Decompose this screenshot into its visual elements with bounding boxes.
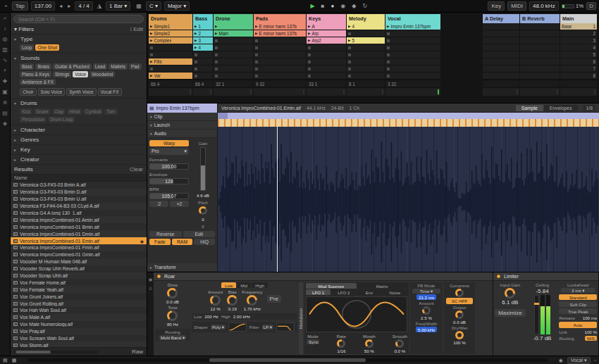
result-item[interactable]: Vox Storm.aif	[11, 341, 147, 347]
show-browser-toggle-icon[interactable]: ▤	[3, 358, 8, 363]
mode-true-peak-button[interactable]: True Peak	[559, 308, 597, 314]
edit-sample-button[interactable]: Edit	[183, 231, 216, 237]
track-mixer-mini[interactable]	[254, 87, 306, 96]
clip-launch-icon[interactable]: ▶	[150, 61, 152, 63]
warp-button[interactable]: Warp	[149, 140, 189, 146]
bpm-half-button[interactable]: :2	[149, 201, 168, 207]
fb-time-value[interactable]: 21.2 ms	[416, 294, 436, 300]
tag-clap[interactable]: Clap	[52, 108, 66, 115]
tag-guitar-plucked[interactable]: Guitar & Plucked	[53, 63, 92, 70]
tag-solo-voice[interactable]: Solo Voice	[38, 88, 66, 96]
result-item[interactable]: Veronica G4 A long 130_1.aif	[11, 210, 147, 217]
filter-section-header[interactable]: ▸Creator	[11, 155, 147, 164]
empty-clip-slot[interactable]	[520, 58, 560, 65]
empty-clip-slot[interactable]	[483, 73, 519, 80]
result-item[interactable]: Vox Male A.aif	[11, 314, 147, 321]
empty-clip-slot[interactable]	[307, 44, 346, 51]
compress-knob[interactable]	[455, 289, 464, 297]
filters-toggle[interactable]: ▾ Filters	[14, 26, 34, 32]
clip-slot[interactable]: ▶E minor harm 137b	[254, 30, 306, 37]
device-view-toggle-icon[interactable]: ⊙	[149, 286, 152, 291]
clip-slot[interactable]: ▶E minor harm 137b	[254, 23, 306, 30]
tag-kick[interactable]: Kick	[20, 108, 32, 115]
track-column-vocal[interactable]: Vocal▶Impro Emin 137bpm3 32	[385, 14, 440, 103]
track-mixer-mini[interactable]	[307, 87, 346, 96]
sc-hpf-toggle[interactable]: SC HPF	[446, 298, 473, 304]
roar-title-bar[interactable]: Roar	[154, 272, 493, 281]
result-item[interactable]: Vox Hah Wah Soul.aif	[11, 307, 147, 314]
empty-clip-slot[interactable]	[193, 65, 213, 73]
empty-clip-slot[interactable]	[214, 58, 253, 65]
clip-stop-icon[interactable]	[387, 54, 390, 56]
empty-clip-slot[interactable]	[520, 44, 560, 51]
tab-low[interactable]: Low	[221, 282, 236, 288]
result-item[interactable]: Vox Male Numerology.aif	[11, 321, 147, 328]
track-mixer-mini[interactable]	[560, 87, 597, 96]
clip-launch-icon[interactable]: ▶	[348, 39, 350, 42]
result-item[interactable]: Veronica F3-F#4-04-B3 03 CLyd A.aif	[11, 203, 147, 210]
track-mixer-mini[interactable]	[193, 87, 213, 96]
empty-clip-slot[interactable]	[193, 73, 213, 80]
clip-launch-icon[interactable]: ▶	[308, 25, 310, 28]
empty-clip-slot[interactable]	[214, 44, 253, 51]
tag-synth-voice[interactable]: Synth Voice	[66, 88, 96, 96]
empty-clip-slot[interactable]	[254, 37, 306, 44]
clip-launch-icon[interactable]: ▶	[255, 25, 257, 28]
tag-woodwind[interactable]: Woodwind	[89, 71, 115, 77]
drive-knob[interactable]	[167, 288, 178, 299]
scene-slot[interactable]: 7	[560, 65, 597, 73]
result-item[interactable]: Vox Grunt Jokers.aif	[11, 293, 147, 300]
clip-launch-icon[interactable]: ▶	[308, 32, 310, 35]
nudge-up-icon[interactable]: ▸	[66, 3, 72, 9]
track-header[interactable]: Pads	[254, 14, 306, 23]
fb-amount-knob[interactable]	[422, 306, 431, 315]
scene-slot[interactable]: 6	[560, 58, 597, 65]
track-header[interactable]: Vocal	[385, 14, 440, 23]
tag-mallets[interactable]: Mallets	[109, 63, 128, 70]
track-header[interactable]: Melody	[347, 14, 385, 23]
preview-icon[interactable]: ◉	[559, 358, 563, 363]
input-gain-knob[interactable]	[505, 288, 515, 299]
time-signature-display[interactable]: 4 / 4	[75, 1, 93, 11]
tap-tempo-button[interactable]: Tap	[12, 1, 28, 11]
clip-launch-icon[interactable]: ▶	[194, 39, 197, 42]
clear-filters-button[interactable]: Clear	[130, 166, 143, 172]
tag-percussion[interactable]: Percussion	[20, 116, 47, 123]
lfo-morph-knob[interactable]	[365, 339, 373, 348]
empty-clip-slot[interactable]	[520, 30, 560, 37]
clip-stop-icon[interactable]	[150, 54, 153, 56]
empty-clip-slot[interactable]	[520, 23, 560, 30]
pitch-knob[interactable]	[199, 206, 207, 215]
tag-cymbal[interactable]: Cymbal	[83, 108, 103, 115]
search-input[interactable]	[13, 15, 144, 23]
tag-strings[interactable]: Strings	[53, 71, 71, 77]
empty-clip-slot[interactable]	[385, 73, 440, 80]
fade-toggle[interactable]: Fade	[149, 239, 171, 245]
track-column-pads[interactable]: Pads▶E minor harm 137b▶E minor harm 137b…	[254, 14, 306, 103]
clip-slot[interactable]: ▶	[214, 23, 253, 30]
midi-effects-icon[interactable]: ⚡	[3, 68, 7, 74]
dry-wet-knob[interactable]	[455, 331, 464, 339]
browser-hscrollbar[interactable]	[14, 351, 99, 353]
clip-stop-icon[interactable]	[215, 68, 218, 70]
tab-high[interactable]: High	[252, 282, 268, 288]
track-mixer-mini[interactable]	[483, 87, 519, 96]
empty-clip-slot[interactable]	[347, 30, 385, 37]
scene-slot[interactable]: 2	[560, 30, 597, 37]
clip-launch-icon[interactable]: ▶	[215, 25, 217, 28]
empty-clip-slot[interactable]	[307, 51, 346, 58]
empty-clip-slot[interactable]	[483, 44, 519, 51]
result-item[interactable]: Veronica ImproCombined-01 Emin.aif◉	[11, 237, 147, 244]
track-header[interactable]: Bass	[193, 14, 213, 23]
track-mixer-mini[interactable]	[214, 87, 253, 96]
clip-slot[interactable]: ▶Simple1	[149, 23, 192, 30]
record-button[interactable]: ●	[329, 3, 335, 9]
track-header[interactable]: B Reverb	[520, 14, 560, 23]
empty-clip-slot[interactable]	[214, 73, 253, 80]
result-item[interactable]: Veronica G3-F#3-03 Bmin U.aif	[11, 196, 147, 203]
clip-stop-icon[interactable]	[255, 39, 258, 42]
clip-stop-icon[interactable]	[387, 61, 390, 63]
clip-slot[interactable]: ▶A	[307, 23, 346, 30]
empty-clip-slot[interactable]	[520, 73, 560, 80]
session-record-button[interactable]: ◉	[339, 3, 347, 9]
